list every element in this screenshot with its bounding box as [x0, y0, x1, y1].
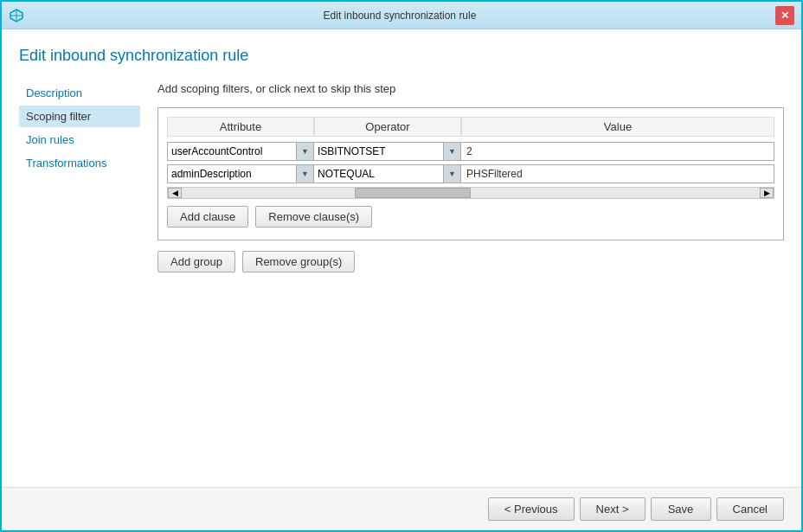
- step-description: Add scoping filters, or click next to sk…: [157, 82, 784, 95]
- attribute-dropdown-1[interactable]: userAccountControl: [168, 143, 296, 160]
- page-title: Edit inbound synchronization rule: [19, 47, 784, 65]
- close-button[interactable]: ✕: [775, 6, 794, 25]
- previous-button[interactable]: < Previous: [488, 497, 575, 521]
- table-header: Attribute Operator Value: [167, 117, 774, 137]
- sidebar: Description Scoping filter Join rules Tr…: [19, 82, 140, 470]
- table-row: userAccountControl ▼ ISBITNOTSET ▼ 2: [167, 142, 774, 161]
- operator-dropdown-2[interactable]: NOTEQUAL: [314, 165, 443, 183]
- operator-header: Operator: [314, 117, 461, 137]
- horizontal-scrollbar[interactable]: ◀ ▶: [167, 187, 774, 199]
- operator-select-2[interactable]: NOTEQUAL ▼: [314, 164, 461, 183]
- value-header: Value: [461, 117, 774, 137]
- attribute-dropdown-arrow-1[interactable]: ▼: [296, 143, 313, 160]
- content-area: Edit inbound synchronization rule Descri…: [2, 29, 801, 487]
- main-content: Add scoping filters, or click next to sk…: [157, 82, 784, 470]
- value-cell-1: 2: [461, 142, 774, 161]
- attribute-select-2[interactable]: adminDescription ▼: [167, 164, 314, 183]
- operator-select-1[interactable]: ISBITNOTSET ▼: [314, 142, 461, 161]
- attribute-header: Attribute: [167, 117, 314, 137]
- title-bar: Edit inbound synchronization rule ✕: [2, 2, 801, 29]
- sidebar-item-description[interactable]: Description: [19, 82, 140, 104]
- add-group-button[interactable]: Add group: [157, 251, 235, 272]
- scroll-track[interactable]: [182, 188, 760, 198]
- scroll-right-button[interactable]: ▶: [760, 188, 774, 198]
- group-buttons: Add group Remove group(s): [157, 251, 784, 272]
- attribute-dropdown-2[interactable]: adminDescription: [168, 165, 296, 183]
- footer: < Previous Next > Save Cancel: [2, 487, 801, 530]
- save-button[interactable]: Save: [651, 497, 711, 521]
- scroll-thumb: [355, 188, 471, 198]
- clause-buttons: Add clause Remove clause(s): [167, 206, 774, 228]
- title-bar-text: Edit inbound synchronization rule: [24, 10, 775, 22]
- next-button[interactable]: Next >: [580, 497, 646, 521]
- remove-clause-button[interactable]: Remove clause(s): [255, 206, 372, 228]
- main-window: Edit inbound synchronization rule ✕ Edit…: [0, 0, 803, 532]
- sidebar-item-transformations[interactable]: Transformations: [19, 152, 140, 174]
- value-cell-2: PHSFiltered: [461, 164, 774, 183]
- operator-dropdown-1[interactable]: ISBITNOTSET: [314, 143, 443, 160]
- operator-dropdown-arrow-1[interactable]: ▼: [443, 143, 460, 160]
- scroll-left-button[interactable]: ◀: [168, 188, 182, 198]
- remove-group-button[interactable]: Remove group(s): [242, 251, 355, 272]
- operator-dropdown-arrow-2[interactable]: ▼: [443, 165, 460, 183]
- filter-table-container: Attribute Operator Value userAccountCont…: [157, 107, 784, 240]
- attribute-select-1[interactable]: userAccountControl ▼: [167, 142, 314, 161]
- add-clause-button[interactable]: Add clause: [167, 206, 248, 228]
- window-icon: [9, 8, 24, 23]
- sidebar-item-join-rules[interactable]: Join rules: [19, 129, 140, 151]
- table-row: adminDescription ▼ NOTEQUAL ▼ PHSFiltere…: [167, 164, 774, 183]
- sidebar-item-scoping-filter[interactable]: Scoping filter: [19, 106, 140, 127]
- main-layout: Description Scoping filter Join rules Tr…: [19, 82, 784, 470]
- attribute-dropdown-arrow-2[interactable]: ▼: [296, 165, 313, 183]
- cancel-button[interactable]: Cancel: [716, 497, 784, 521]
